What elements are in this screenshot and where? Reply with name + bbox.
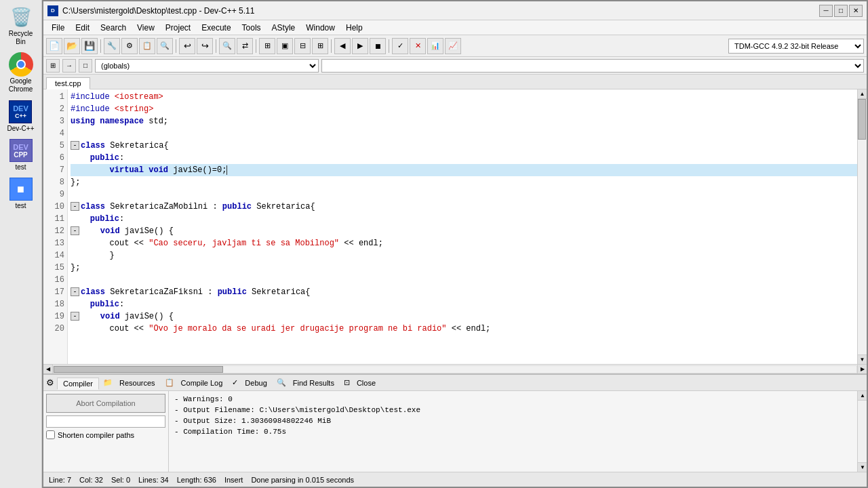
code-line-2: #include <string> bbox=[71, 103, 857, 115]
line-num-11: 11 bbox=[43, 213, 67, 225]
menu-bar: File Edit Search View Project Execute To… bbox=[43, 20, 867, 35]
scroll-up-arrow[interactable]: ▲ bbox=[858, 89, 867, 99]
tab-close[interactable]: Close bbox=[351, 378, 381, 388]
line-num-15: 15 bbox=[43, 262, 67, 274]
sidebar-icon-chrome[interactable]: Google Chrome bbox=[0, 52, 41, 94]
code-line-19: - void javiSe() { bbox=[71, 310, 857, 323]
output-line-4: - Compilation Time: 0.75s bbox=[174, 426, 852, 437]
code-line-15: }; bbox=[71, 262, 857, 274]
bottom-tab-icon-debug: ✓ bbox=[232, 378, 238, 387]
out-scroll-down[interactable]: ▼ bbox=[858, 462, 867, 472]
tb-btn-i[interactable]: 📈 bbox=[445, 38, 461, 54]
tb-btn-d[interactable]: ⊞ bbox=[312, 38, 328, 54]
status-length: Length: 636 bbox=[177, 476, 216, 484]
code-editor[interactable]: #include <iostream> #include <string> us… bbox=[68, 89, 857, 364]
code-line-12: - void javiSe() { bbox=[71, 225, 857, 237]
replace-button[interactable]: ⇄ bbox=[237, 38, 253, 54]
line-num-9: 9 bbox=[43, 188, 67, 201]
status-message: Done parsing in 0.015 seconds bbox=[251, 476, 861, 484]
status-insert: Insert bbox=[224, 476, 243, 484]
status-sel: Sel: 0 bbox=[111, 476, 130, 484]
scope-btn-1[interactable]: ⊞ bbox=[46, 59, 60, 73]
open-button[interactable]: 📂 bbox=[64, 38, 80, 54]
tb-btn-c[interactable]: ⊟ bbox=[294, 38, 311, 54]
menu-project[interactable]: Project bbox=[160, 22, 196, 34]
new-button[interactable]: 📄 bbox=[46, 38, 62, 54]
tb-btn4[interactable]: 🔧 bbox=[104, 38, 120, 54]
sidebar-icon-recycle[interactable]: 🗑️ RecycleBin bbox=[8, 4, 34, 46]
tb-btn-b[interactable]: ▣ bbox=[277, 38, 293, 54]
save-button[interactable]: 💾 bbox=[81, 38, 98, 54]
shorten-paths-checkbox-container[interactable]: Shorten compiler paths bbox=[46, 430, 165, 439]
compiler-dropdown[interactable]: TDM-GCC 4.9.2 32-bit Release bbox=[728, 39, 864, 54]
tb-btn-f[interactable]: ▶ bbox=[352, 38, 368, 54]
hscroll-track[interactable] bbox=[53, 365, 857, 373]
scope-btn-2[interactable]: → bbox=[62, 59, 76, 73]
redo-button[interactable]: ↪ bbox=[197, 38, 213, 54]
tab-debug[interactable]: Debug bbox=[239, 378, 272, 388]
window-controls: ─ □ ✕ bbox=[819, 5, 863, 17]
menu-view[interactable]: View bbox=[132, 22, 160, 34]
code-line-3: using namespace std; bbox=[71, 115, 857, 127]
menu-astyle[interactable]: AStyle bbox=[267, 22, 301, 34]
undo-button[interactable]: ↩ bbox=[179, 38, 195, 54]
hscroll-left[interactable]: ◀ bbox=[43, 365, 53, 374]
tb-btn-h[interactable]: 📊 bbox=[427, 38, 443, 54]
sidebar-icon-blue-test[interactable]: ■ test bbox=[8, 176, 34, 209]
tab-compiler[interactable]: Compiler bbox=[57, 378, 99, 390]
vertical-scrollbar[interactable]: ▲ ▼ bbox=[857, 89, 867, 364]
output-scrollbar[interactable]: ▲ ▼ bbox=[857, 391, 867, 472]
shorten-paths-label: Shorten compiler paths bbox=[58, 431, 134, 439]
scope-btn-3[interactable]: □ bbox=[79, 59, 92, 73]
scope-right-dropdown[interactable] bbox=[321, 59, 864, 73]
tab-resources[interactable]: Resources bbox=[114, 378, 161, 388]
maximize-button[interactable]: □ bbox=[834, 5, 848, 17]
menu-window[interactable]: Window bbox=[300, 22, 340, 34]
line-num-1: 1 bbox=[43, 91, 67, 103]
stop-button[interactable]: ✕ bbox=[410, 38, 426, 54]
close-button[interactable]: ✕ bbox=[849, 5, 863, 17]
length-val: 636 bbox=[204, 476, 216, 484]
tb-btn6[interactable]: 📋 bbox=[139, 38, 155, 54]
sidebar-icon-cpp-test[interactable]: DEV CPP test bbox=[8, 138, 34, 171]
hscroll-right[interactable]: ▶ bbox=[857, 365, 867, 374]
horizontal-scrollbar[interactable]: ◀ ▶ bbox=[43, 364, 867, 373]
tab-findresults[interactable]: Find Results bbox=[288, 378, 340, 388]
desktop-sidebar: 🗑️ RecycleBin Google Chrome DEV C++ Dev-… bbox=[0, 0, 42, 488]
tb-btn5[interactable]: ⚙ bbox=[121, 38, 138, 54]
out-scroll-up[interactable]: ▲ bbox=[858, 391, 867, 401]
scroll-track[interactable] bbox=[858, 99, 867, 354]
tb-btn7[interactable]: 🔍 bbox=[157, 38, 173, 54]
scroll-thumb[interactable] bbox=[858, 99, 866, 140]
tab-testcpp[interactable]: test.cpp bbox=[46, 77, 90, 89]
sidebar-icon-devcpp[interactable]: DEV C++ Dev-C++ bbox=[7, 99, 34, 132]
tb-btn-a[interactable]: ⊞ bbox=[259, 38, 275, 54]
menu-edit[interactable]: Edit bbox=[70, 22, 95, 34]
hscroll-thumb[interactable] bbox=[54, 366, 223, 373]
bottom-tab-icon-compiler: ⚙ bbox=[46, 378, 54, 388]
scope-dropdown[interactable]: (globals) bbox=[95, 59, 319, 73]
status-bar: Line: 7 Col: 32 Sel: 0 Lines: 34 Length:… bbox=[43, 472, 867, 487]
tab-compilelog[interactable]: Compile Log bbox=[176, 378, 229, 388]
scroll-down-arrow[interactable]: ▼ bbox=[858, 354, 867, 364]
abort-compilation-button[interactable]: Abort Compilation bbox=[46, 394, 165, 413]
shorten-paths-checkbox[interactable] bbox=[46, 430, 55, 439]
status-msg-text: Done parsing in 0.015 seconds bbox=[251, 476, 354, 484]
menu-execute[interactable]: Execute bbox=[196, 22, 236, 34]
output-line-1: - Warnings: 0 bbox=[174, 394, 852, 405]
status-lines: Lines: 34 bbox=[138, 476, 169, 484]
tb-btn-g[interactable]: ⏹ bbox=[370, 38, 386, 54]
tab-bar: test.cpp bbox=[43, 75, 867, 89]
code-line-16 bbox=[71, 274, 857, 286]
menu-search[interactable]: Search bbox=[95, 22, 132, 34]
find-button[interactable]: 🔍 bbox=[219, 38, 235, 54]
menu-tools[interactable]: Tools bbox=[237, 22, 267, 34]
title-bar-text: C:\Users\mistergold\Desktop\test.cpp - D… bbox=[62, 6, 254, 16]
out-scroll-track[interactable] bbox=[858, 401, 867, 462]
menu-help[interactable]: Help bbox=[340, 22, 368, 34]
menu-file[interactable]: File bbox=[46, 22, 70, 34]
compile-button[interactable]: ✓ bbox=[392, 38, 408, 54]
tb-btn-e[interactable]: ◀ bbox=[334, 38, 351, 54]
minimize-button[interactable]: ─ bbox=[819, 5, 833, 17]
chrome-label: Google Chrome bbox=[0, 77, 41, 94]
